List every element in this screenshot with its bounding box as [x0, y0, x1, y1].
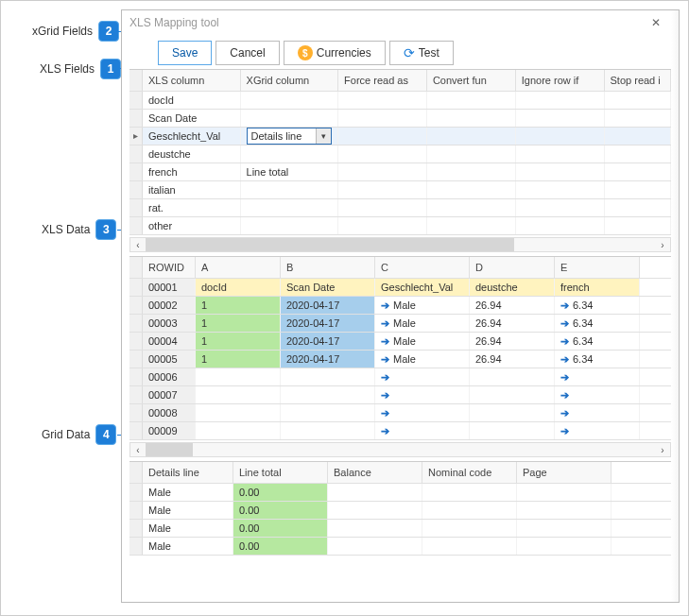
cell-b[interactable] [281, 404, 375, 421]
cell-b[interactable] [281, 422, 375, 439]
cell-details[interactable]: Male [143, 484, 233, 501]
mapping-row[interactable]: frenchLine total [129, 163, 671, 181]
cell-total[interactable]: 0.00 [233, 502, 328, 519]
cell-empty[interactable] [516, 92, 605, 109]
cell-empty[interactable] [427, 128, 516, 145]
cell-xgrid-column[interactable] [241, 110, 339, 127]
cell-empty[interactable] [516, 199, 605, 216]
cell-e[interactable]: ➔6.34 [555, 351, 640, 368]
col-a[interactable]: A [196, 257, 281, 278]
col-ignore-row[interactable]: Ignore row if [516, 70, 605, 91]
cell-b[interactable]: 2020-04-17 [281, 351, 375, 368]
cell-empty[interactable] [338, 163, 427, 180]
row-selector[interactable] [129, 217, 143, 234]
col-d[interactable]: D [470, 257, 555, 278]
row-selector[interactable] [129, 145, 143, 163]
cell-empty[interactable] [427, 163, 516, 180]
result-row[interactable]: Male0.00 [129, 502, 671, 520]
col-rowid[interactable]: ROWID [143, 257, 196, 278]
cell-empty[interactable] [338, 128, 427, 145]
data-row[interactable]: 0000212020-04-17➔Male26.94➔6.34 [129, 297, 671, 315]
mapping-row[interactable]: italian [129, 181, 671, 199]
col-line-total[interactable]: Line total [233, 462, 328, 483]
cell-total[interactable]: 0.00 [233, 538, 328, 555]
cell-empty[interactable] [427, 181, 516, 198]
cell-xls-column[interactable]: Scan Date [143, 110, 241, 127]
cell-empty[interactable] [516, 128, 605, 145]
cell-a[interactable] [196, 422, 281, 439]
mapping-row[interactable]: rat. [129, 199, 671, 217]
mapping-row[interactable]: Scan Date [129, 110, 671, 128]
cell-b[interactable] [281, 368, 375, 385]
cell-empty[interactable] [605, 110, 671, 127]
cell-d[interactable]: 26.94 [470, 315, 555, 332]
row-selector[interactable] [129, 502, 143, 519]
cell-empty[interactable] [516, 181, 605, 198]
data-row[interactable]: 00008➔➔ [129, 404, 671, 422]
cell-empty[interactable] [328, 502, 422, 519]
xgrid-combo[interactable]: Details line▾ [247, 128, 333, 145]
cell-empty[interactable] [516, 110, 605, 127]
cell-a[interactable]: 1 [196, 297, 281, 314]
cell-empty[interactable] [422, 502, 517, 519]
cell-empty[interactable] [328, 538, 422, 555]
cell-e[interactable]: ➔6.34 [555, 333, 640, 350]
row-selector[interactable] [129, 333, 143, 350]
cell-a[interactable] [196, 386, 281, 403]
cell-c[interactable]: ➔Male [375, 351, 470, 368]
cell-empty[interactable] [605, 92, 671, 109]
col-details-line[interactable]: Details line [143, 462, 233, 483]
cell-e[interactable]: ➔6.34 [555, 297, 640, 314]
cell-c[interactable]: ➔ [375, 368, 470, 385]
scroll-right-icon[interactable]: › [655, 443, 670, 456]
scroll-left-icon[interactable]: ‹ [130, 443, 146, 456]
cell-e[interactable]: french [555, 279, 640, 296]
cell-xls-column[interactable]: deustche [143, 145, 241, 163]
cell-b[interactable]: 2020-04-17 [281, 315, 375, 332]
chevron-down-icon[interactable]: ▾ [316, 128, 331, 144]
cell-d[interactable] [470, 386, 555, 403]
cell-details[interactable]: Male [143, 502, 233, 519]
cell-empty[interactable] [605, 128, 671, 145]
col-stop-read[interactable]: Stop read i [605, 70, 671, 91]
cell-b[interactable]: Scan Date [281, 279, 375, 296]
row-selector[interactable] [129, 404, 143, 421]
cell-xls-column[interactable]: rat. [143, 199, 241, 216]
cell-empty[interactable] [427, 217, 516, 234]
cell-empty[interactable] [422, 520, 517, 537]
data-row[interactable]: 0000512020-04-17➔Male26.94➔6.34 [129, 351, 671, 368]
cell-empty[interactable] [338, 217, 427, 234]
cell-xgrid-column[interactable] [241, 145, 339, 163]
data-row[interactable]: 0000312020-04-17➔Male26.94➔6.34 [129, 315, 671, 333]
cell-c[interactable]: ➔Male [375, 333, 470, 350]
col-b[interactable]: B [281, 257, 375, 278]
row-selector[interactable] [129, 199, 143, 216]
cell-b[interactable] [281, 386, 375, 403]
cell-c[interactable]: Geschlecht_Val [375, 279, 470, 296]
row-selector[interactable] [129, 297, 143, 314]
data-row[interactable]: 00001docIdScan DateGeschlecht_Valdeustch… [129, 279, 671, 297]
data-hscroll[interactable]: ‹ › [129, 442, 671, 457]
cell-empty[interactable] [517, 502, 611, 519]
mapping-row[interactable]: ▸Geschlecht_ValDetails line▾ [129, 128, 671, 145]
cell-empty[interactable] [516, 163, 605, 180]
cell-xls-column[interactable]: docId [143, 92, 241, 109]
cell-c[interactable]: ➔ [375, 404, 470, 421]
cell-d[interactable]: 26.94 [470, 297, 555, 314]
col-xgrid-column[interactable]: XGrid column [241, 70, 339, 91]
cell-xls-column[interactable]: italian [143, 181, 241, 198]
cell-empty[interactable] [427, 92, 516, 109]
cell-empty[interactable] [427, 110, 516, 127]
cell-xls-column[interactable]: Geschlecht_Val [143, 128, 241, 145]
row-selector[interactable] [129, 386, 143, 403]
col-force-read[interactable]: Force read as [338, 70, 427, 91]
row-selector[interactable] [129, 279, 143, 296]
cell-c[interactable]: ➔Male [375, 297, 470, 314]
data-row[interactable]: 00007➔➔ [129, 386, 671, 404]
cell-empty[interactable] [517, 520, 611, 537]
cell-e[interactable]: ➔ [555, 386, 640, 403]
cell-a[interactable] [196, 404, 281, 421]
cell-a[interactable] [196, 368, 281, 385]
cell-empty[interactable] [517, 538, 611, 555]
row-selector[interactable] [129, 181, 143, 198]
